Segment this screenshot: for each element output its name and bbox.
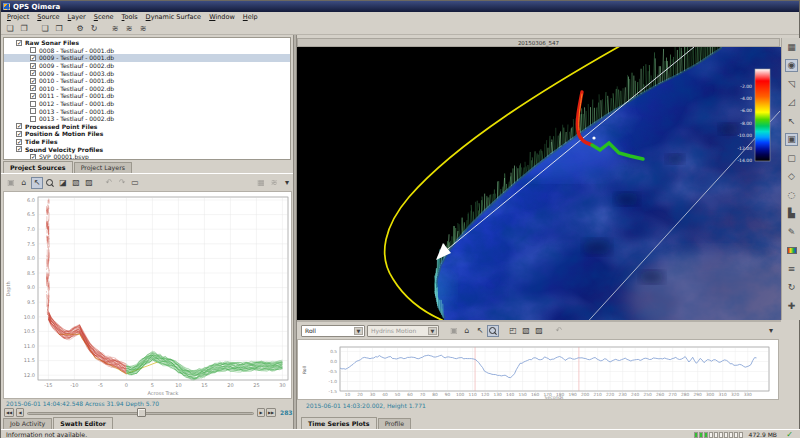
checkbox[interactable] (30, 108, 36, 114)
tree-row-0013-testlauf-0001-db[interactable]: 0013 - Testlauf - 0001.db (4, 107, 290, 115)
slider-step-back-icon[interactable]: ◀ (16, 408, 24, 417)
checkbox[interactable]: ✓ (16, 131, 22, 137)
time-series-plot[interactable]: 1020304050607080901001101201301401501601… (298, 340, 778, 399)
dynamic-surface-update-icon[interactable]: ≋ (123, 22, 135, 34)
tree-row-svp-00001-bsvp[interactable]: ✓SVP_00001.bsvp (4, 153, 290, 160)
time-series-plot-container[interactable]: 1020304050607080901001101201301401501601… (297, 339, 779, 400)
home-view-icon[interactable]: ⌂ (18, 177, 30, 189)
slider-handle[interactable] (137, 408, 146, 417)
home-view-icon[interactable]: ⌂ (461, 325, 473, 337)
source-select[interactable]: Hydrins Motion ▼ (367, 325, 439, 337)
open-project-icon[interactable]: ❐ (18, 22, 30, 34)
tree-row-0008-testlauf-0001-db[interactable]: 0008 - Testlauf - 0001.db (4, 47, 290, 55)
zoom-extents-icon[interactable]: ◹ (785, 77, 798, 90)
checkbox[interactable]: ✓ (30, 70, 36, 76)
checkbox[interactable]: ✓ (30, 78, 36, 84)
toolbar-options-icon[interactable]: ▾ (765, 325, 777, 337)
tree-row-0009-testlauf-0003-db[interactable]: ✓0009 - Testlauf - 0003.db (4, 69, 290, 77)
zoom-tool-icon[interactable] (487, 325, 499, 337)
menu-scene[interactable]: Scene (90, 13, 118, 21)
select-lasso-tool-icon[interactable]: ◌ (785, 188, 798, 201)
checkbox[interactable]: ✓ (16, 139, 22, 145)
tree-row-tide-files[interactable]: ✓Tide Files (4, 138, 290, 146)
checkbox[interactable]: ✓ (16, 123, 22, 129)
pointer-tool-icon[interactable]: ↖ (31, 177, 43, 189)
pointer-tool-icon[interactable]: ↖ (785, 114, 798, 127)
undo-icon[interactable]: ↶ (553, 325, 565, 337)
scene-3d[interactable]: -2.00-4.00-6.00-8.00-10.00-12.00-14.00 (297, 47, 781, 320)
select-square-tool-icon[interactable]: ▢ (785, 151, 798, 164)
plot-type-select[interactable]: Roll ▼ (301, 325, 365, 337)
import-processed-points-icon[interactable]: ❒ (53, 22, 65, 34)
tree-row-0011-testlauf-0001-db[interactable]: ✓0011 - Testlauf - 0001.db (4, 92, 290, 100)
zoom-extents-icon[interactable]: ◰ (507, 325, 519, 337)
undo-icon[interactable]: ↶ (103, 177, 115, 189)
swath-plot-container[interactable]: -15-10-50510152025306.06.57.07.58.08.59.… (3, 191, 292, 399)
add-raw-sonar-files-icon[interactable]: ❏ (39, 22, 51, 34)
tab-time-series-plots[interactable]: Time Series Plots (301, 417, 377, 429)
checkbox[interactable]: ✓ (30, 93, 36, 99)
colormap-tool-icon[interactable] (785, 244, 798, 257)
grid-view-icon[interactable]: ▦ (785, 40, 798, 53)
save-icon[interactable]: ▣ (448, 325, 460, 337)
menu-help[interactable]: Help (239, 13, 262, 21)
explore-view-icon[interactable]: ◉ (785, 59, 798, 72)
checkbox[interactable]: ✓ (30, 63, 36, 69)
select-reject-tool-icon[interactable]: ▧ (70, 177, 82, 189)
layers-tool-icon[interactable]: ≡ (785, 262, 798, 275)
redo-icon[interactable]: ↷ (116, 177, 128, 189)
reject-tool-icon[interactable]: ◪ (57, 177, 69, 189)
profile-box-tool-icon[interactable]: ▭ (129, 177, 141, 189)
project-sources-tree[interactable]: ✓Raw Sonar Files0008 - Testlauf - 0001.d… (3, 37, 291, 160)
dynamic-surface-create-icon[interactable]: ≋ (109, 22, 121, 34)
slider-step-forward-icon[interactable]: ▶▶ (266, 408, 276, 417)
tree-row-0012-testlauf-0001-db[interactable]: 0012 - Testlauf - 0001.db (4, 100, 290, 108)
checkbox[interactable]: ✓ (16, 146, 22, 152)
zoom-window-icon[interactable]: ◿ (785, 96, 798, 109)
checkbox[interactable]: ✓ (30, 85, 36, 91)
tab-project-sources[interactable]: Project Sources (3, 161, 73, 173)
menu-dynamic-surface[interactable]: Dynamic Surface (142, 13, 206, 21)
menu-window[interactable]: Window (205, 13, 239, 21)
tree-row-raw-sonar-files[interactable]: ✓Raw Sonar Files (4, 39, 290, 47)
zoom-tool-icon[interactable] (44, 177, 56, 189)
tree-row-0010-testlauf-0002-db[interactable]: ✓0010 - Testlauf - 0002.db (4, 85, 290, 93)
tree-row-0009-testlauf-0002-db[interactable]: ✓0009 - Testlauf - 0002.db (4, 62, 290, 70)
checkbox[interactable]: ✓ (30, 154, 36, 160)
tree-row-0009-testlauf-0001-db[interactable]: ✓0009 - Testlauf - 0001.db (4, 54, 290, 62)
measure-tool-icon[interactable]: ✎ (785, 225, 798, 238)
tree-row-processed-point-files[interactable]: ✓Processed Point Files (4, 123, 290, 131)
select-accept-tool-icon[interactable]: ▨ (533, 325, 545, 337)
checkbox[interactable] (30, 101, 36, 107)
rotate-tool-icon[interactable]: ↻ (785, 281, 798, 294)
select-rectangle-tool-icon[interactable]: ▣ (785, 133, 798, 146)
slider-step-forward-icon[interactable]: ▶ (257, 408, 265, 417)
tree-row-0013-testlauf-0002-db[interactable]: 0013 - Testlauf - 0002.db (4, 115, 290, 123)
menu-project[interactable]: Project (3, 13, 33, 21)
pointer-tool-icon[interactable]: ↖ (474, 325, 486, 337)
select-accept-tool-icon[interactable]: ▨ (83, 177, 95, 189)
reprocess-icon[interactable]: ↻ (88, 22, 100, 34)
tree-row-sound-velocity-profiles[interactable]: ✓Sound Velocity Profiles (4, 145, 290, 153)
histogram-tool-icon[interactable]: ▙ (785, 207, 798, 220)
auto-process-icon[interactable]: ⚙ (74, 22, 86, 34)
tree-row-position-motion-files[interactable]: ✓Position & Motion Files (4, 130, 290, 138)
menu-tools[interactable]: Tools (118, 13, 142, 21)
vessel-toggle-icon[interactable]: ≋ (268, 177, 280, 189)
menu-layer[interactable]: Layer (64, 13, 90, 21)
menu-source[interactable]: Source (33, 13, 63, 21)
swath-plot[interactable]: -15-10-50510152025306.06.57.07.58.08.59.… (4, 192, 291, 398)
checkbox[interactable] (30, 116, 36, 122)
slider-step-back-icon[interactable]: ◀◀ (4, 408, 14, 417)
new-project-icon[interactable]: ❏ (4, 22, 16, 34)
pan-tool-icon[interactable]: ✚ (785, 299, 798, 312)
scene-3d-container[interactable]: -2.00-4.00-6.00-8.00-10.00-12.00-14.00 (297, 47, 781, 320)
checkbox[interactable] (30, 47, 36, 53)
tab-swath-editor[interactable]: Swath Editor (53, 417, 113, 429)
dynamic-surface-export-icon[interactable]: ≋ (137, 22, 149, 34)
wireframe-toggle-icon[interactable]: ▦ (255, 177, 267, 189)
checkbox[interactable]: ✓ (30, 55, 36, 61)
toolbar-options-icon[interactable]: ▾ (281, 177, 293, 189)
checkbox[interactable]: ✓ (16, 40, 22, 46)
save-icon[interactable]: ▣ (5, 177, 17, 189)
